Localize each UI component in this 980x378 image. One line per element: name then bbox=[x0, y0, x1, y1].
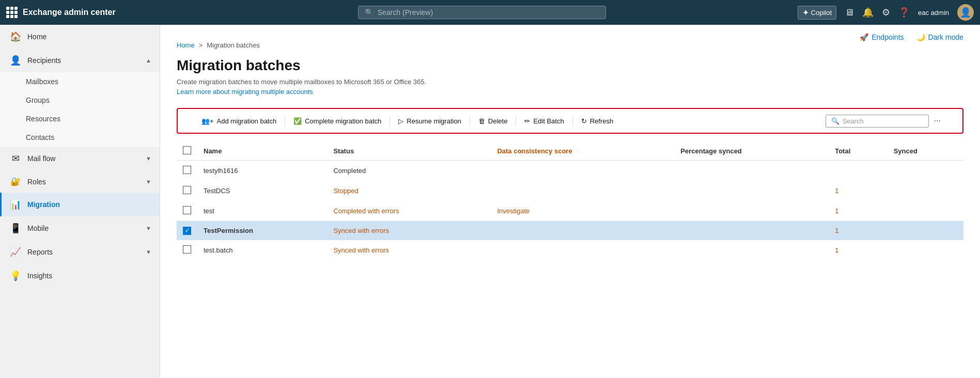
table-container: Name Status Data consistency score Perce… bbox=[160, 142, 980, 378]
endpoints-button[interactable]: 🚀 Endpoints bbox=[860, 33, 904, 41]
more-options-icon[interactable]: ··· bbox=[929, 113, 946, 129]
row-checkbox[interactable] bbox=[183, 186, 191, 194]
row-total bbox=[829, 161, 887, 181]
dark-mode-button[interactable]: 🌙 Dark mode bbox=[916, 33, 963, 41]
table-row[interactable]: test.batchSynced with errors1 bbox=[177, 240, 963, 260]
sidebar-item-reports[interactable]: 📈 Reports ▼ bbox=[0, 240, 160, 264]
toolbar-search-box[interactable]: 🔍 Search bbox=[826, 115, 929, 128]
sidebar-item-label: Insights bbox=[27, 272, 151, 280]
bell-icon[interactable]: 🔔 bbox=[862, 7, 874, 18]
breadcrumb-home[interactable]: Home bbox=[177, 41, 195, 49]
table-row[interactable]: testCompleted with errorsInvestigate1 bbox=[177, 201, 963, 221]
search-placeholder: Search bbox=[843, 117, 864, 125]
chevron-up-icon: ▲ bbox=[146, 57, 151, 64]
search-icon: 🔍 bbox=[365, 8, 374, 17]
sidebar-item-label: Mobile bbox=[27, 224, 139, 232]
roles-icon: 🔐 bbox=[10, 177, 21, 186]
refresh-button[interactable]: ↻ Refresh bbox=[574, 114, 621, 128]
settings-icon[interactable]: ⚙ bbox=[882, 7, 890, 18]
add-migration-batch-button[interactable]: 👥+ Add migration batch bbox=[194, 114, 284, 128]
sidebar-item-groups[interactable]: Groups bbox=[0, 91, 160, 109]
row-pct-synced bbox=[674, 240, 829, 260]
row-total: 1 bbox=[829, 181, 887, 201]
page-description: Create migration batches to move multipl… bbox=[160, 76, 980, 87]
col-synced: Synced bbox=[888, 142, 963, 161]
copilot-icon: ✦ bbox=[802, 8, 809, 18]
endpoints-label: Endpoints bbox=[872, 33, 904, 41]
sidebar-item-roles[interactable]: 🔐 Roles ▼ bbox=[0, 170, 160, 193]
row-total: 1 bbox=[829, 240, 887, 260]
row-status: Synced with errors bbox=[327, 240, 491, 260]
table-row[interactable]: TestDCSStopped1 bbox=[177, 181, 963, 201]
table-row[interactable]: ✓TestPermissionSynced with errors1 bbox=[177, 221, 963, 240]
toolbar-divider bbox=[572, 116, 573, 126]
toolbar-divider bbox=[470, 116, 470, 126]
delete-icon: 🗑 bbox=[478, 117, 485, 125]
row-data-score bbox=[491, 161, 674, 181]
row-data-score[interactable]: Investigate bbox=[491, 201, 674, 221]
migration-icon: 📊 bbox=[10, 199, 21, 210]
reports-icon: 📈 bbox=[10, 246, 21, 258]
row-total: 1 bbox=[829, 201, 887, 221]
row-synced bbox=[888, 161, 963, 181]
sidebar-item-mobile[interactable]: 📱 Mobile ▼ bbox=[0, 216, 160, 240]
sidebar-item-resources[interactable]: Resources bbox=[0, 109, 160, 128]
row-checkbox[interactable]: ✓ bbox=[183, 227, 191, 235]
app-title: Exchange admin center bbox=[23, 8, 116, 17]
row-synced bbox=[888, 240, 963, 260]
migration-table: Name Status Data consistency score Perce… bbox=[177, 142, 963, 260]
monitor-icon[interactable]: 🖥 bbox=[845, 7, 854, 18]
chevron-down-icon: ▼ bbox=[146, 249, 151, 255]
breadcrumb-current: Migration batches bbox=[207, 41, 260, 49]
user-label: eac admin bbox=[918, 9, 949, 17]
delete-label: Delete bbox=[488, 117, 508, 125]
row-data-score bbox=[491, 240, 674, 260]
topbar-search-input[interactable] bbox=[378, 8, 599, 17]
page-title: Migration batches bbox=[160, 53, 980, 76]
row-synced bbox=[888, 181, 963, 201]
sidebar: 🏠 Home 👤 Recipients ▲ Mailboxes Groups R… bbox=[0, 25, 160, 378]
col-total: Total bbox=[829, 142, 887, 161]
sidebar-item-insights[interactable]: 💡 Insights bbox=[0, 264, 160, 288]
edit-icon: ✏ bbox=[524, 117, 530, 125]
row-checkbox[interactable] bbox=[183, 166, 191, 174]
main-layout: 🏠 Home 👤 Recipients ▲ Mailboxes Groups R… bbox=[0, 25, 980, 378]
sidebar-item-migration[interactable]: 📊 Migration bbox=[0, 193, 160, 216]
help-icon[interactable]: ❓ bbox=[898, 7, 910, 18]
row-name: testylh1616 bbox=[197, 161, 327, 181]
col-status: Status bbox=[327, 142, 491, 161]
row-synced bbox=[888, 221, 963, 240]
avatar[interactable]: 👤 bbox=[957, 4, 974, 21]
select-all-checkbox[interactable] bbox=[183, 146, 191, 154]
edit-batch-button[interactable]: ✏ Edit Batch bbox=[517, 114, 571, 128]
toolbar-divider bbox=[390, 116, 390, 126]
sidebar-item-mail-flow[interactable]: ✉ Mail flow ▼ bbox=[0, 147, 160, 170]
row-checkbox[interactable] bbox=[183, 245, 191, 254]
sidebar-item-recipients[interactable]: 👤 Recipients ▲ bbox=[0, 49, 160, 72]
delete-button[interactable]: 🗑 Delete bbox=[471, 114, 515, 128]
row-name: test.batch bbox=[197, 240, 327, 260]
row-pct-synced bbox=[674, 161, 829, 181]
sidebar-item-label: Home bbox=[27, 33, 151, 41]
row-pct-synced bbox=[674, 181, 829, 201]
learn-more-link[interactable]: Learn more about migrating multiple acco… bbox=[160, 87, 980, 104]
sidebar-item-contacts[interactable]: Contacts bbox=[0, 128, 160, 147]
sidebar-item-home[interactable]: 🏠 Home bbox=[0, 25, 160, 49]
sidebar-item-mailboxes[interactable]: Mailboxes bbox=[0, 72, 160, 91]
row-data-score bbox=[491, 181, 674, 201]
breadcrumb: Home > Migration batches bbox=[160, 33, 276, 53]
add-icon: 👥+ bbox=[201, 117, 214, 125]
waffle-icon[interactable] bbox=[6, 7, 18, 18]
complete-migration-button[interactable]: ✅ Complete migration batch bbox=[286, 114, 388, 128]
mail-flow-icon: ✉ bbox=[10, 153, 21, 164]
resume-migration-button[interactable]: ▷ Resume migration bbox=[391, 114, 469, 128]
row-checkbox[interactable] bbox=[183, 206, 191, 214]
sidebar-item-label: Roles bbox=[27, 178, 139, 186]
sidebar-item-label: Reports bbox=[27, 248, 139, 256]
topbar-search-area: 🔍 bbox=[166, 6, 798, 19]
content-area: Home > Migration batches 🚀 Endpoints 🌙 D… bbox=[160, 25, 980, 378]
table-row[interactable]: testylh1616Completed bbox=[177, 161, 963, 181]
complete-label: Complete migration batch bbox=[305, 117, 381, 125]
topbar-search-box[interactable]: 🔍 bbox=[358, 6, 606, 19]
copilot-button[interactable]: ✦ Copilot bbox=[798, 6, 836, 20]
